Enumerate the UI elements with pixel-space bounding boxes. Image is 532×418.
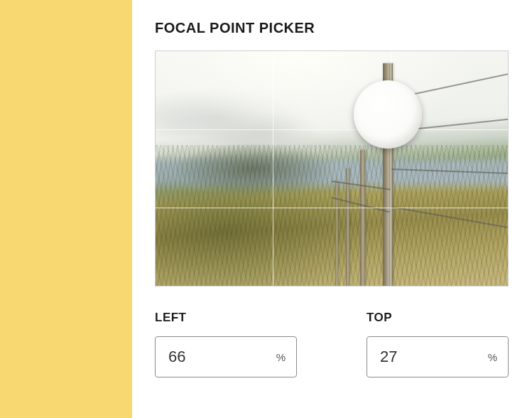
top-input[interactable]	[367, 336, 509, 377]
grid-line-vertical	[273, 51, 273, 286]
preview-fence-post	[335, 180, 338, 286]
left-coordinate-group: LEFT %	[155, 311, 297, 377]
focal-point-preview[interactable]	[155, 50, 509, 286]
left-input[interactable]	[155, 336, 297, 377]
grid-line-horizontal	[156, 129, 508, 130]
top-input-wrapper: %	[367, 336, 509, 377]
section-title: FOCAL POINT PICKER	[155, 20, 509, 36]
left-coordinate-label: LEFT	[155, 311, 297, 325]
focal-point-panel: FOCAL POINT PICKER LEFT % TOP	[132, 0, 532, 418]
preview-fence-post	[346, 168, 349, 286]
sidebar-accent-panel	[0, 0, 132, 418]
top-coordinate-label: TOP	[367, 311, 509, 325]
preview-image-texture	[156, 145, 508, 286]
focal-point-handle[interactable]	[354, 80, 422, 149]
left-input-wrapper: %	[155, 336, 297, 377]
preview-fence-post	[360, 150, 365, 286]
top-coordinate-group: TOP %	[367, 311, 509, 377]
grid-line-horizontal	[156, 208, 508, 208]
coordinate-inputs: LEFT % TOP %	[155, 311, 509, 377]
